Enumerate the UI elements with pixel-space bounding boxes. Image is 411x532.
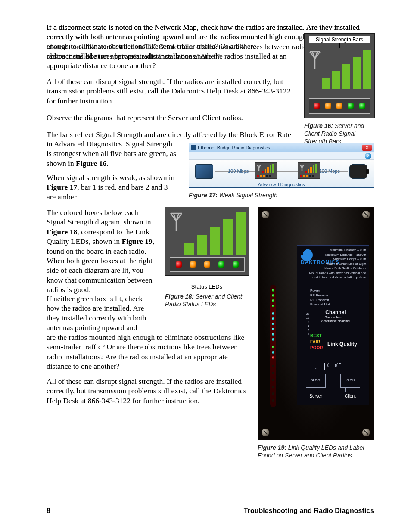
caption-text: Weak Signal Strength xyxy=(219,192,277,199)
bar-1 xyxy=(305,171,307,173)
status-rf-transmit: RF Transmit xyxy=(310,298,330,303)
figure-16-panel: Signal Strength Bars xyxy=(304,33,375,118)
mini-signal-right xyxy=(298,162,320,179)
screw-icon xyxy=(262,211,269,218)
led-row xyxy=(309,98,370,114)
spec-line: provide free and clear radiation pattern xyxy=(309,275,366,280)
figure-18-caption: Figure 18: Server and Client Radio Statu… xyxy=(165,292,249,308)
link-quality-best: BEST xyxy=(310,333,322,338)
led-dot xyxy=(272,333,274,336)
led-amber xyxy=(336,103,342,109)
channel-title: Channel xyxy=(321,309,350,315)
para-5: When signal strength is weak, as shown i… xyxy=(47,173,178,202)
bar-2 xyxy=(265,169,266,173)
footer-title: Troubleshooting and Radio Diagnostics xyxy=(244,507,374,515)
led-dot xyxy=(272,379,274,381)
figure-18-panel xyxy=(165,207,249,276)
caption-label: Figure 19: xyxy=(258,444,288,451)
bar-1 xyxy=(184,243,194,255)
bar-2 xyxy=(197,235,207,255)
led-dot xyxy=(272,317,274,320)
ch-num: 8 xyxy=(304,320,309,324)
led-dot xyxy=(272,399,274,402)
led-amber xyxy=(204,261,210,268)
para-1-rest: correctly with both antennas pointing up… xyxy=(47,32,294,71)
wave-icon: )) xyxy=(327,363,330,367)
fig16-ref: Figure 16 xyxy=(76,159,106,168)
text: When signal strength is weak, as shown i… xyxy=(47,173,174,182)
bar-1 xyxy=(322,78,330,89)
status-rf-receive: RF Receive xyxy=(310,293,330,298)
led-green xyxy=(348,103,354,109)
fig19-ref: Figure 19 xyxy=(122,237,153,246)
page-footer: 8 Troubleshooting and Radio Diagnostics xyxy=(47,504,374,515)
fig17-ref: Figure 17 xyxy=(47,183,77,191)
bar-2 xyxy=(308,169,309,173)
ch-num: 16 xyxy=(304,316,309,320)
link-quality-poor: POOR xyxy=(310,345,323,350)
bar-4 xyxy=(353,57,361,89)
screw-icon xyxy=(362,211,370,218)
led-dot xyxy=(272,294,274,297)
led-dot xyxy=(272,365,274,367)
led-off xyxy=(309,175,311,177)
para-8: All of these can disrupt signal strength… xyxy=(47,376,252,405)
sign-label: SIGN xyxy=(341,378,360,382)
app-icon xyxy=(191,145,196,150)
mini-bars xyxy=(262,164,276,173)
ch-num: 2 xyxy=(304,328,309,332)
figure-16-caption: Figure 16: Server and Client Radio Signa… xyxy=(304,122,374,146)
channel-subtitle: Sum values to determine channel xyxy=(321,315,350,323)
bar-2 xyxy=(332,71,340,89)
para-2: All of these can disrupt signal strength… xyxy=(47,77,294,106)
led-dot xyxy=(272,312,274,315)
led-dot xyxy=(272,372,274,374)
mini-signal-left xyxy=(255,162,277,179)
led-dot xyxy=(272,289,274,292)
led-amber xyxy=(260,175,262,177)
led-green xyxy=(359,103,365,109)
para-4-rest: in Advanced Diagnostics. Signal Strength… xyxy=(47,139,178,168)
caption-label: Figure 17: xyxy=(189,192,219,199)
bar-4 xyxy=(223,219,233,255)
mini-leds xyxy=(257,175,271,177)
para-7-bottom: are the radios mounted high enough to el… xyxy=(47,333,252,371)
antenna-stick-icon xyxy=(322,363,327,371)
led-dot xyxy=(272,346,274,348)
status-power: Power xyxy=(310,289,330,293)
mini-bars xyxy=(305,164,319,173)
figure-17: Ethernet Bridge Radio Diagnostics ✕ ? 10… xyxy=(189,143,373,199)
spec-line: Maximum Distance – 1500 ft xyxy=(309,253,366,258)
bar-4 xyxy=(270,165,271,173)
help-button[interactable]: ? xyxy=(365,153,371,159)
figure-17-caption: Figure 17: Weak Signal Strength xyxy=(189,191,373,199)
led-dot xyxy=(272,338,274,341)
signal-bars xyxy=(322,49,372,89)
led-dot xyxy=(272,351,274,354)
channel-values: 32 16 8 4 2 1 xyxy=(304,312,309,336)
ch-num: 32 xyxy=(304,312,309,316)
led-dot xyxy=(272,299,274,302)
led-amber xyxy=(303,175,305,177)
caption-label: Figure 16: xyxy=(304,122,335,129)
bar-4 xyxy=(313,165,314,173)
figure-16: Signal Strength Bars Figure 16: Server a… xyxy=(304,33,374,146)
bar-5 xyxy=(363,50,371,89)
client-label: Client xyxy=(335,394,365,398)
status-leds-label: Status LEDs xyxy=(165,283,249,290)
advanced-diagnostics-link[interactable]: Advanced Diagnostics xyxy=(189,182,374,187)
close-button[interactable]: ✕ xyxy=(362,145,372,151)
bar-1 xyxy=(262,171,264,173)
bar-3 xyxy=(267,167,269,173)
led-strip xyxy=(270,285,276,407)
led-red xyxy=(314,103,320,109)
bar-5 xyxy=(315,164,317,173)
screw-icon xyxy=(362,429,370,436)
para-3: Observe the diagrams that represent the … xyxy=(47,113,294,122)
led-red xyxy=(176,261,182,268)
led-dot xyxy=(272,386,274,388)
window-titlebar: Ethernet Bridge Radio Diagnostics ✕ xyxy=(189,143,374,152)
led-red xyxy=(257,175,259,177)
para-6: The colored boxes below each Signal Stre… xyxy=(47,208,156,295)
para-7-top: If neither green box is lit, check how t… xyxy=(47,294,156,333)
